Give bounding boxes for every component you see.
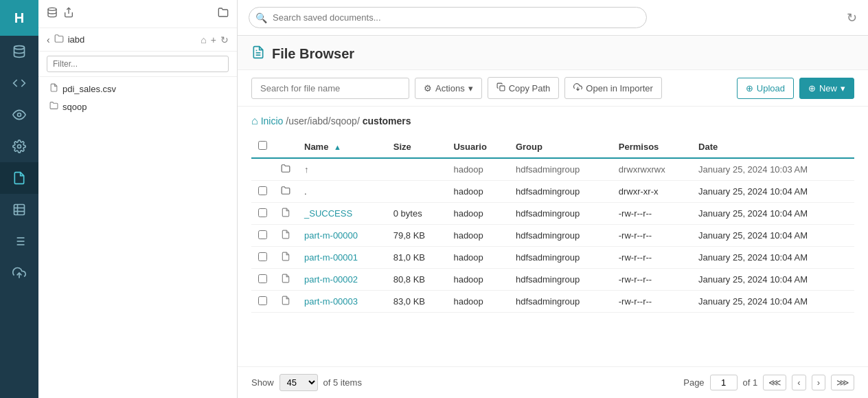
type-col-header xyxy=(274,135,297,158)
nav-icon-list[interactable] xyxy=(0,225,38,257)
file-tree-panel: ‹ iabd ⌂ + ↻ pdi_sales.csv sqoop xyxy=(38,0,238,398)
row-checkbox[interactable] xyxy=(258,186,267,195)
file-name-cell: part-m-00001 xyxy=(297,247,387,269)
row-checkbox[interactable] xyxy=(258,252,267,261)
table-row: ↑hadoophdfsadmingroupdrwxrwxrwxJanuary 2… xyxy=(251,158,854,181)
file-date-cell: January 25, 2024 10:04 AM xyxy=(692,269,854,291)
file-icon xyxy=(274,203,297,225)
file-group-cell: hdfsadmingroup xyxy=(509,158,612,181)
row-checkbox[interactable] xyxy=(258,274,267,283)
permisos-col-header: Permisos xyxy=(612,135,692,158)
new-button[interactable]: ⊕ New ▾ xyxy=(799,78,854,99)
sort-arrow-icon: ▲ xyxy=(334,143,341,151)
per-page-select[interactable]: 45 25 10 100 xyxy=(279,374,318,391)
page-input[interactable] xyxy=(710,375,738,390)
name-col-header[interactable]: Name ▲ xyxy=(297,135,387,158)
file-date-cell: January 25, 2024 10:04 AM xyxy=(692,203,854,225)
next-page-button[interactable]: › xyxy=(812,375,825,390)
table-row: part-m-0000181,0 KBhadoophdfsadmingroup-… xyxy=(251,247,854,269)
folder-icon xyxy=(274,181,297,203)
file-group-cell: hdfsadmingroup xyxy=(509,269,612,291)
file-user-cell: hadoop xyxy=(446,269,509,291)
file-name-link[interactable]: part-m-00003 xyxy=(304,296,358,307)
file-group-cell: hdfsadmingroup xyxy=(509,247,612,269)
first-page-button[interactable]: ⋘ xyxy=(763,375,786,390)
show-label: Show xyxy=(251,377,274,388)
tree-home-icon[interactable]: ⌂ xyxy=(201,34,206,45)
file-size-cell: 80,8 KB xyxy=(387,269,447,291)
app-logo[interactable]: H xyxy=(0,0,38,36)
open-importer-button[interactable]: Open in Importer xyxy=(564,77,662,99)
file-date-cell: January 25, 2024 10:04 AM xyxy=(692,225,854,247)
file-search-input[interactable] xyxy=(251,78,409,99)
svg-rect-18 xyxy=(500,86,505,91)
size-col-header: Size xyxy=(387,135,447,158)
file-user-cell: hadoop xyxy=(446,225,509,247)
file-group-cell: hdfsadmingroup xyxy=(509,291,612,313)
table-row: .hadoophdfsadmingroupdrwxr-xr-xJanuary 2… xyxy=(251,181,854,203)
nav-icon-code[interactable] xyxy=(0,67,38,99)
page-header: File Browser xyxy=(238,36,868,70)
share-icon[interactable] xyxy=(63,7,74,21)
file-name-link[interactable]: part-m-00000 xyxy=(304,230,358,241)
file-name-cell: part-m-00000 xyxy=(297,225,387,247)
folder-icon xyxy=(49,101,58,112)
file-permisos-cell: drwxrwxrwx xyxy=(612,158,692,181)
nav-icon-files[interactable] xyxy=(0,162,38,194)
folder-open-icon[interactable] xyxy=(218,7,229,21)
history-icon[interactable]: ↻ xyxy=(847,10,857,25)
upload-button[interactable]: ⊕ Upload xyxy=(737,78,794,99)
list-item[interactable]: pdi_sales.csv xyxy=(38,80,237,98)
nav-icon-cloud[interactable] xyxy=(0,257,38,289)
file-tree-filter xyxy=(38,52,237,77)
tree-add-icon[interactable]: + xyxy=(211,34,216,45)
file-icon xyxy=(274,291,297,313)
file-date-cell: January 25, 2024 10:04 AM xyxy=(692,181,854,203)
file-permisos-cell: -rw-r--r-- xyxy=(612,269,692,291)
row-checkbox[interactable] xyxy=(258,230,267,239)
of-total-label: of 1 xyxy=(743,377,758,388)
file-size-cell: 81,0 KB xyxy=(387,247,447,269)
file-name-link[interactable]: part-m-00001 xyxy=(304,252,358,263)
nav-icon-settings[interactable] xyxy=(0,131,38,162)
nav-icon-database2[interactable] xyxy=(0,194,38,225)
row-checkbox[interactable] xyxy=(258,296,267,305)
page-label: Page xyxy=(683,377,704,388)
date-col-header: Date xyxy=(692,135,854,158)
tree-path-name: iabd xyxy=(68,34,85,45)
gear-icon: ⚙ xyxy=(424,83,432,93)
nav-icon-databases[interactable] xyxy=(0,36,38,67)
file-table: Name ▲ Size Usuario Group Permisos Date … xyxy=(251,135,854,313)
file-size-cell xyxy=(387,158,447,181)
database-icon[interactable] xyxy=(47,7,58,21)
file-name-link[interactable]: part-m-00002 xyxy=(304,274,358,285)
row-checkbox[interactable] xyxy=(258,208,267,217)
svg-rect-3 xyxy=(14,205,25,215)
file-name-link[interactable]: _SUCCESS xyxy=(304,208,352,219)
file-date-cell: January 25, 2024 10:04 AM xyxy=(692,291,854,313)
pagination-bar: Show 45 25 10 100 of 5 items Page of 1 ⋘… xyxy=(238,366,868,398)
copy-icon xyxy=(496,82,505,93)
global-search-box: 🔍 xyxy=(249,7,647,28)
global-search-input[interactable] xyxy=(249,7,647,28)
select-all-checkbox[interactable] xyxy=(258,141,267,150)
nav-icon-eye[interactable] xyxy=(0,99,38,131)
file-tree-path: ‹ iabd ⌂ + ↻ xyxy=(38,28,237,52)
table-row: part-m-0000383,0 KBhadoophdfsadmingroup-… xyxy=(251,291,854,313)
breadcrumb-home-link[interactable]: Inicio xyxy=(261,115,284,126)
tree-refresh-icon[interactable]: ↻ xyxy=(220,34,229,45)
last-page-button[interactable]: ⋙ xyxy=(831,375,854,390)
file-tree-header xyxy=(38,0,237,28)
back-arrow-icon[interactable]: ‹ xyxy=(47,34,50,45)
breadcrumb-current: customers xyxy=(363,115,411,126)
file-permisos-cell: -rw-r--r-- xyxy=(612,247,692,269)
list-item[interactable]: sqoop xyxy=(38,98,237,115)
file-permisos-cell: -rw-r--r-- xyxy=(612,203,692,225)
file-name-cell: ↑ xyxy=(297,158,387,181)
copy-path-button[interactable]: Copy Path xyxy=(488,77,560,99)
file-icon xyxy=(274,247,297,269)
filter-input[interactable] xyxy=(47,56,229,72)
prev-page-button[interactable]: ‹ xyxy=(792,375,806,390)
actions-button[interactable]: ⚙ Actions ▾ xyxy=(415,78,482,99)
file-user-cell: hadoop xyxy=(446,291,509,313)
